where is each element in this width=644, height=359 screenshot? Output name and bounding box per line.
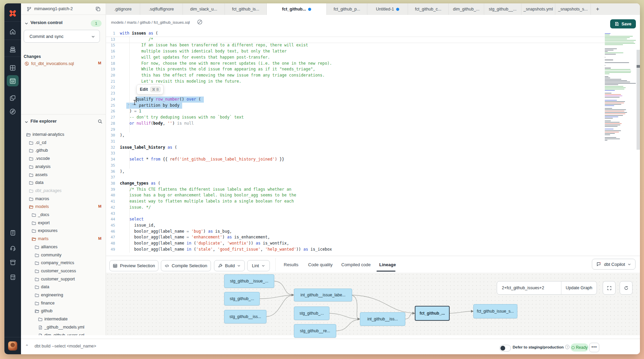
lineage-node-stg_github_[interactable]: stg_github_... (224, 292, 260, 305)
code-editor[interactable]: 1with issues as (13 /*15 If an issue has… (106, 30, 640, 256)
results-tab-compiled-code[interactable]: Compiled code (341, 262, 371, 267)
tab-dim_slack_u[interactable]: dim_slack_u... (183, 3, 225, 15)
tab-fct_github_is[interactable]: fct_github_is... (225, 3, 267, 15)
tree-item-analysis[interactable]: analysis (21, 163, 106, 171)
tree-item-.vscode[interactable]: .vscode (21, 155, 106, 163)
defer-toggle[interactable] (499, 345, 511, 352)
minimap[interactable] (605, 33, 637, 141)
lineage-node-int_github__iss[interactable]: int_github__iss... (360, 312, 405, 326)
results-tab-results[interactable]: Results (284, 262, 298, 267)
lineage-node-stg_github__re[interactable]: stg_github__re... (294, 324, 336, 338)
code-line-26: 26 ) = 1 (106, 108, 600, 114)
archive-icon[interactable] (4, 257, 21, 268)
explore-icon[interactable] (4, 106, 21, 117)
tree-item-intermediate[interactable]: intermediate (21, 315, 106, 323)
compile-selection-button[interactable]: Compile Selection (161, 260, 211, 271)
chevron-down-icon[interactable] (24, 120, 28, 124)
projects-icon[interactable] (4, 44, 21, 55)
search-icon[interactable] (98, 119, 103, 124)
tree-item-export[interactable]: export (21, 219, 106, 227)
lineage-node-stg_github_[interactable]: stg_github_... (294, 307, 329, 320)
tree-item-macros[interactable]: macros (21, 195, 106, 203)
lineage-node-int_github__issue_labe[interactable]: int_github__issue_labe... (294, 289, 352, 301)
lineage-node-stg_github__issue_[interactable]: stg_github__issue_... (224, 274, 274, 288)
file-explorer-title[interactable]: File explorer (30, 119, 57, 124)
branch-row[interactable]: mirnawong1-patch-2 (21, 3, 106, 15)
lineage-node-fct_github_[interactable]: fct_github_... (415, 306, 450, 321)
tab-fct_github[interactable]: fct_github... (267, 3, 327, 15)
editor-toolbar: Preview SelectionCompile SelectionBuildL… (106, 256, 640, 273)
orchestration-icon[interactable] (4, 92, 21, 104)
tab-gitignore[interactable]: .gitignore (106, 3, 140, 15)
tree-item-customer_support[interactable]: customer_support (21, 275, 106, 283)
tree-item-marts[interactable]: martsM (21, 235, 106, 243)
tree-item-dim_github_users.sql[interactable]: dim_github_users.sql (21, 332, 106, 336)
tree-item-data[interactable]: data (21, 179, 106, 187)
tab-_snapshots_s[interactable]: _snapshots_s... (555, 3, 591, 15)
tab-fct_github_c[interactable]: fct_github_c... (408, 3, 449, 15)
more-menu-button[interactable]: ••• (589, 343, 599, 352)
tree-item-exposures[interactable]: exposures (21, 227, 106, 235)
preview-selection-button[interactable]: Preview Selection (109, 260, 158, 271)
tree-item-_github__models.yml[interactable]: _github__models.yml (21, 323, 106, 331)
lineage-filter-input[interactable]: 2+fct_github_issues+2 (497, 281, 561, 294)
expand-command-bar-icon[interactable]: ⌃ (25, 344, 29, 349)
tree-item-community[interactable]: community (21, 251, 106, 259)
edit-tooltip[interactable]: Edit⌘ B (136, 84, 164, 94)
chevron-down-icon[interactable] (24, 21, 28, 25)
dbt-logo-icon[interactable] (4, 7, 21, 19)
update-graph-button[interactable]: Update Graph (561, 281, 597, 294)
tree-item-customer_success[interactable]: customer_success (21, 267, 106, 275)
notes-icon[interactable] (4, 227, 21, 238)
fullscreen-button[interactable] (603, 281, 616, 295)
results-tab-code-quality[interactable]: Code quality (308, 262, 332, 267)
dashboard-icon[interactable] (4, 62, 21, 73)
support-icon[interactable] (4, 242, 21, 254)
tree-item-_docs[interactable]: _docs (21, 211, 106, 219)
home-icon[interactable] (4, 26, 21, 37)
tree-item-assets[interactable]: assets (21, 171, 106, 179)
build-button[interactable]: Build (214, 260, 245, 271)
tab-_snapshotsyml[interactable]: _snapshots.yml (521, 3, 555, 15)
dbt-copilot-button[interactable]: dbt Copilot (592, 259, 636, 270)
tree-item-.github[interactable]: .github (21, 147, 106, 154)
refresh-button[interactable] (620, 281, 632, 295)
command-input[interactable]: dbt build --select <model_name> (35, 344, 96, 349)
changed-file-row[interactable]: fct_dbt_invocations.sql M (24, 61, 102, 67)
new-tab-button[interactable]: + (591, 3, 604, 15)
tree-item-finance[interactable]: finance (21, 299, 106, 307)
version-control-title[interactable]: Version control (30, 20, 63, 25)
tree-item-data[interactable]: data (21, 283, 106, 291)
code-line-46: 46 boolor_agg(label_name = 'bug') as is_… (106, 229, 600, 235)
develop-icon[interactable] (4, 75, 21, 87)
tree-item-dbt_packages[interactable]: dbt_packages (21, 187, 106, 195)
tree-item-engineering[interactable]: engineering (21, 291, 106, 299)
tab-stg_github__[interactable]: stg_github__... (484, 3, 521, 15)
folder-icon (35, 293, 39, 298)
marketplace-icon[interactable] (4, 271, 21, 283)
tree-item-company_metrics[interactable]: company_metrics (21, 259, 106, 267)
tree-item-alliances[interactable]: alliances (21, 243, 106, 251)
tree-item-models[interactable]: modelsM (21, 203, 106, 211)
file-state-icon[interactable] (197, 19, 203, 25)
tab-dim_github_[interactable]: dim_github_... (449, 3, 484, 15)
lint-button[interactable]: Lint (247, 260, 270, 271)
editor-scrollbar[interactable] (637, 50, 640, 150)
tab-Untitled-1[interactable]: Untitled-1 (367, 3, 408, 15)
lineage-node-fct_github_issue_s[interactable]: fct_github_issue_s... (473, 304, 517, 318)
save-button[interactable]: Save (610, 19, 636, 28)
help-icon[interactable]: ? (565, 345, 570, 349)
commit-and-sync-button[interactable]: Commit and sync (24, 30, 100, 43)
tree-item-internal-analytics[interactable]: internal-analytics (21, 131, 106, 139)
lineage-node-stg_github__iss[interactable]: stg_github__iss... (224, 310, 266, 323)
results-tab-lineage[interactable]: Lineage (379, 262, 396, 267)
tree-item-github[interactable]: github (21, 307, 106, 315)
tab-sqlfluffignore[interactable]: .sqlfluffignore (140, 3, 183, 15)
folder-icon (29, 173, 34, 177)
tab-fct_github_p[interactable]: fct_github_p... (327, 3, 367, 15)
tree-item-.ci_cd[interactable]: .ci_cd (21, 139, 106, 147)
avatar[interactable] (8, 341, 17, 351)
copy-icon[interactable] (95, 6, 101, 12)
model-file-icon (24, 61, 29, 66)
unsaved-dot-icon (396, 8, 399, 11)
